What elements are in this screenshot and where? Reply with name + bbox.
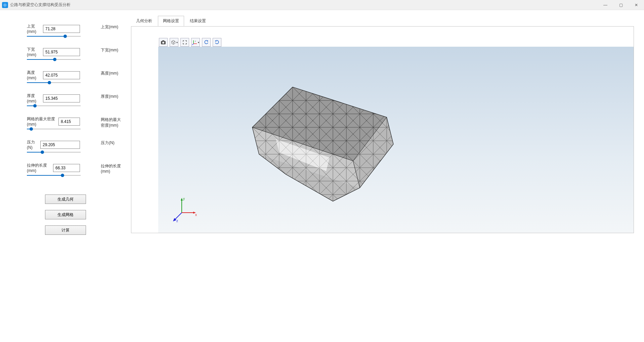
param-2: 高度(mm)高度(mm) — [27, 70, 124, 85]
param-1: 下宽(mm)下宽(mm) — [27, 47, 124, 62]
svg-marker-18 — [181, 198, 183, 201]
axis-gizmo: y x z — [172, 196, 199, 223]
param-slider[interactable] — [27, 173, 81, 178]
param-slider[interactable] — [27, 80, 81, 85]
axes-icon[interactable]: y▾ — [191, 38, 200, 47]
svg-rect-1 — [162, 40, 164, 41]
svg-line-5 — [192, 44, 194, 45]
svg-text:y: y — [183, 197, 185, 201]
param-label: 上宽(mm) — [27, 24, 43, 34]
param-label: 厚度(mm) — [27, 93, 43, 103]
titlebar: ◎ 公路与桥梁空心支撑结构受压分析 — ▢ ✕ — [0, 0, 644, 10]
window-controls: — ▢ ✕ — [598, 0, 644, 10]
param-input[interactable] — [43, 71, 80, 79]
param-slider[interactable] — [27, 103, 81, 108]
generate-geometry-button[interactable]: 生成几何 — [45, 195, 86, 204]
parameter-panel: 上宽(mm)上宽(mm)下宽(mm)下宽(mm)高度(mm)高度(mm)厚度(m… — [0, 10, 131, 342]
param-label: 压力(N) — [27, 139, 40, 150]
viewport-3d[interactable]: y x z — [158, 47, 634, 233]
svg-point-2 — [162, 42, 164, 44]
param-right-label: 下宽(mm) — [101, 47, 118, 53]
app-icon: ◎ — [2, 2, 8, 8]
param-input[interactable] — [43, 94, 80, 102]
param-right-label: 网格的最大密度(mm) — [101, 117, 124, 128]
param-slider[interactable] — [27, 127, 81, 131]
rotate-cw-icon[interactable] — [213, 38, 221, 47]
svg-line-23 — [174, 213, 182, 220]
param-slider[interactable] — [27, 150, 81, 155]
tab-2[interactable]: 结果设置 — [185, 16, 211, 26]
param-input[interactable] — [40, 141, 80, 149]
rotate-ccw-icon[interactable] — [202, 38, 211, 47]
param-4: 网格的最大密度(mm)网格的最大密度(mm) — [27, 116, 124, 131]
camera-icon[interactable] — [159, 38, 168, 47]
param-label: 拉伸的长度(mm) — [27, 163, 53, 173]
viewport-frame: ▾ y▾ — [131, 26, 634, 233]
tab-bar: 几何分析网格设置结果设置 — [131, 16, 634, 26]
tab-1[interactable]: 网格设置 — [158, 16, 184, 26]
param-right-label: 压力(N) — [101, 140, 115, 146]
calculate-button[interactable]: 计算 — [45, 225, 86, 235]
close-button[interactable]: ✕ — [629, 0, 644, 10]
cube-icon[interactable]: ▾ — [170, 38, 178, 47]
param-6: 拉伸的长度(mm)拉伸的长度(mm) — [27, 163, 124, 178]
tab-0[interactable]: 几何分析 — [131, 16, 157, 26]
param-label: 下宽(mm) — [27, 47, 43, 57]
svg-text:x: x — [195, 213, 197, 217]
minimize-button[interactable]: — — [598, 0, 613, 10]
param-right-label: 上宽(mm) — [101, 24, 118, 30]
param-slider[interactable] — [27, 34, 81, 39]
param-right-label: 高度(mm) — [101, 71, 118, 76]
param-slider[interactable] — [27, 57, 81, 62]
maximize-button[interactable]: ▢ — [613, 0, 629, 10]
param-input[interactable] — [43, 25, 80, 33]
generate-mesh-button[interactable]: 生成网格 — [45, 210, 86, 219]
param-label: 高度(mm) — [27, 70, 43, 80]
expand-icon[interactable] — [180, 38, 189, 47]
param-right-label: 厚度(mm) — [101, 94, 118, 99]
svg-text:y: y — [195, 40, 196, 42]
param-label: 网格的最大密度(mm) — [27, 116, 58, 127]
param-0: 上宽(mm)上宽(mm) — [27, 24, 124, 39]
param-right-label: 拉伸的长度(mm) — [101, 163, 124, 174]
param-3: 厚度(mm)厚度(mm) — [27, 93, 124, 108]
param-input[interactable] — [58, 118, 80, 126]
svg-text:z: z — [176, 219, 178, 223]
mesh-model — [225, 74, 414, 218]
window-title: 公路与桥梁空心支撑结构受压分析 — [10, 2, 71, 8]
param-input[interactable] — [53, 164, 80, 172]
param-input[interactable] — [43, 48, 80, 56]
viewport-toolbar: ▾ y▾ — [159, 38, 221, 47]
param-5: 压力(N)压力(N) — [27, 139, 124, 155]
